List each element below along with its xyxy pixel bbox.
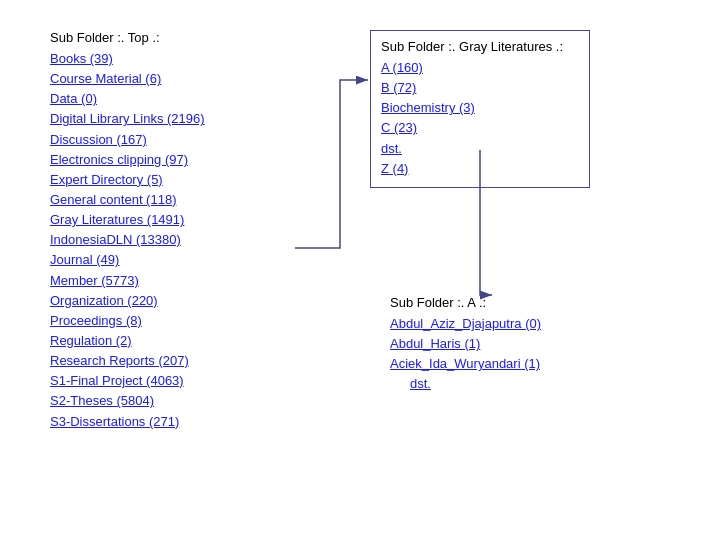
right-top-item-5[interactable]: Z (4) — [381, 159, 579, 179]
left-item-5[interactable]: Electronics clipping (97) — [50, 150, 310, 170]
left-item-1[interactable]: Course Material (6) — [50, 69, 310, 89]
right-bottom-panel: Sub Folder :. A .: Abdul_Aziz_Djajaputra… — [390, 295, 640, 395]
left-item-13[interactable]: Proceedings (8) — [50, 311, 310, 331]
right-top-item-3[interactable]: C (23) — [381, 118, 579, 138]
right-top-item-2[interactable]: Biochemistry (3) — [381, 98, 579, 118]
right-top-item-0[interactable]: A (160) — [381, 58, 579, 78]
right-top-item-4[interactable]: dst. — [381, 139, 579, 159]
right-top-item-1[interactable]: B (72) — [381, 78, 579, 98]
left-item-6[interactable]: Expert Directory (5) — [50, 170, 310, 190]
right-bottom-item-0[interactable]: Abdul_Aziz_Djajaputra (0) — [390, 314, 640, 334]
right-bottom-item-3[interactable]: dst. — [410, 374, 640, 394]
left-panel: Sub Folder :. Top .: Books (39) Course M… — [50, 30, 310, 432]
left-item-3[interactable]: Digital Library Links (2196) — [50, 109, 310, 129]
left-item-16[interactable]: S1-Final Project (4063) — [50, 371, 310, 391]
right-bottom-item-1[interactable]: Abdul_Haris (1) — [390, 334, 640, 354]
right-bottom-item-2[interactable]: Aciek_Ida_Wuryandari (1) — [390, 354, 640, 374]
main-container: Sub Folder :. Top .: Books (39) Course M… — [0, 0, 720, 540]
left-item-15[interactable]: Research Reports (207) — [50, 351, 310, 371]
left-item-0[interactable]: Books (39) — [50, 49, 310, 69]
left-item-18[interactable]: S3-Dissertations (271) — [50, 412, 310, 432]
left-item-9[interactable]: IndonesiaDLN (13380) — [50, 230, 310, 250]
left-item-7[interactable]: General content (118) — [50, 190, 310, 210]
right-top-title: Sub Folder :. Gray Literatures .: — [381, 39, 579, 54]
left-item-4[interactable]: Discussion (167) — [50, 130, 310, 150]
left-item-8[interactable]: Gray Literatures (1491) — [50, 210, 310, 230]
left-item-14[interactable]: Regulation (2) — [50, 331, 310, 351]
left-item-11[interactable]: Member (5773) — [50, 271, 310, 291]
right-bottom-title: Sub Folder :. A .: — [390, 295, 640, 310]
left-item-12[interactable]: Organization (220) — [50, 291, 310, 311]
left-item-10[interactable]: Journal (49) — [50, 250, 310, 270]
left-item-17[interactable]: S2-Theses (5804) — [50, 391, 310, 411]
left-panel-title: Sub Folder :. Top .: — [50, 30, 310, 45]
left-item-2[interactable]: Data (0) — [50, 89, 310, 109]
right-top-panel: Sub Folder :. Gray Literatures .: A (160… — [370, 30, 590, 188]
